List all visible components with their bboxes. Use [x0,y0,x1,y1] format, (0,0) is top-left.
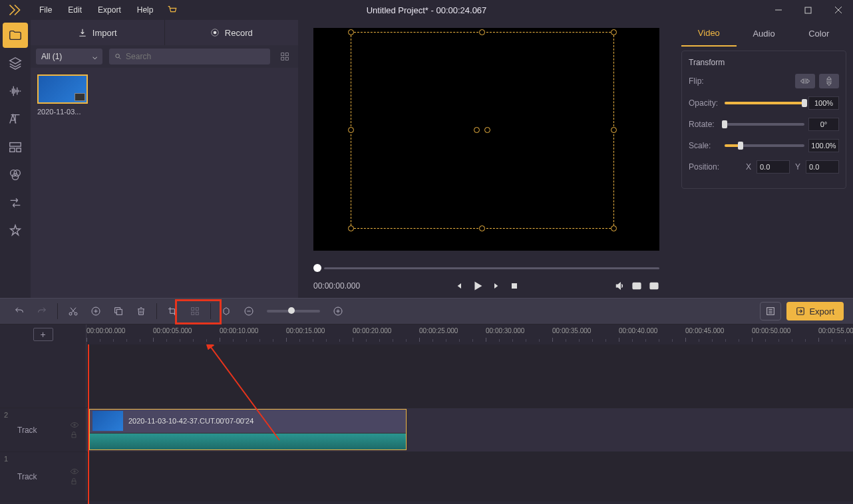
svg-rect-18 [512,283,517,289]
handle-tl[interactable] [348,29,354,35]
timeline-ruler[interactable]: + 00:00:00.00000:00:05.00000:00:10.00000… [0,324,853,344]
handle-mr[interactable] [611,127,617,133]
color-tab[interactable]: Color [791,20,846,47]
media-tool[interactable] [3,23,28,48]
export-label: Export [809,307,834,316]
flip-vertical-button[interactable] [819,74,839,88]
preview-canvas[interactable] [313,28,659,251]
snapshot-button[interactable] [631,281,642,291]
import-label: Import [92,28,117,38]
search-input[interactable] [126,52,265,61]
preview-panel: 00:00:00.000 [298,20,675,298]
rotate-slider[interactable] [725,123,804,126]
elements-tool[interactable] [3,218,28,243]
clip-audio-wave [90,433,406,449]
text-tool[interactable] [3,106,28,132]
lock-icon[interactable] [70,477,78,485]
svg-rect-14 [281,53,284,56]
menu-export[interactable]: Export [91,3,128,17]
volume-button[interactable] [614,281,625,291]
overlay-tool[interactable] [3,134,28,160]
cart-icon[interactable] [160,5,184,15]
x-label: X [746,162,751,172]
redo-button[interactable] [32,301,52,321]
media-clip[interactable]: 2020-11-03... [37,74,88,116]
playback-slider[interactable] [313,263,659,274]
playhead-thumb[interactable] [313,264,321,272]
audio-tab[interactable]: Audio [737,20,792,47]
handle-tr[interactable] [611,29,617,35]
handle-br[interactable] [611,225,617,231]
svg-rect-6 [17,148,21,152]
position-y-input[interactable]: 0.0 [806,160,839,174]
stop-button[interactable] [509,281,520,291]
track-row: 1 Track [0,452,853,501]
layers-tool[interactable] [3,51,28,76]
close-button[interactable] [823,0,853,20]
svg-point-12 [116,54,120,58]
timeline-clip[interactable]: 2020-11-03-10-42-37.CUT.00'07-00'24 [89,409,407,450]
visibility-icon[interactable] [70,468,79,475]
handle-bm[interactable] [479,225,485,231]
opacity-slider[interactable] [725,102,804,104]
timeline-settings-button[interactable] [760,302,781,320]
cut-button[interactable] [63,301,83,321]
transitions-tool[interactable] [3,190,28,215]
crop-button[interactable] [162,301,182,321]
menu-file[interactable]: File [33,3,59,17]
handle-ml[interactable] [348,127,354,133]
menu-edit[interactable]: Edit [61,3,88,17]
effects-tool[interactable] [3,162,28,188]
svg-point-36 [74,470,75,471]
audio-tool[interactable] [3,78,28,104]
ruler-tick: 00:00:20.000 [353,327,391,334]
record-tab[interactable]: Record [165,20,299,45]
export-button[interactable]: Export [786,302,844,320]
handle-bl[interactable] [348,225,354,231]
zoom-out-button[interactable] [239,301,259,321]
marker-button[interactable] [216,301,236,321]
selection-box[interactable] [351,32,614,229]
undo-button[interactable] [9,301,29,321]
next-frame-button[interactable] [492,281,502,291]
flip-label: Flip: [689,76,725,86]
copy-button[interactable] [108,301,128,321]
play-button[interactable] [470,279,485,293]
media-panel: Import Record All (1) ⌵ 2020-11-0 [31,20,298,298]
grid-view-button[interactable] [277,49,293,64]
opacity-label: Opacity: [689,98,725,108]
minimize-button[interactable] [763,0,793,20]
handle-tm[interactable] [479,29,485,35]
lock-icon[interactable] [70,431,78,439]
position-x-input[interactable]: 0.0 [757,160,790,174]
fullscreen-button[interactable] [649,281,659,291]
zoom-slider[interactable] [267,310,320,313]
track-label: Track [17,472,37,481]
mosaic-button[interactable] [185,301,205,321]
media-filter-dropdown[interactable]: All (1) ⌵ [36,49,102,64]
delete-button[interactable] [131,301,151,321]
zoom-in-button[interactable] [328,301,348,321]
svg-point-11 [213,31,216,35]
import-tab[interactable]: Import [31,20,165,45]
visibility-icon[interactable] [70,422,79,428]
rotate-value[interactable]: 0° [808,118,839,131]
handle-center1[interactable] [474,127,480,133]
menu-help[interactable]: Help [130,3,160,17]
flip-horizontal-button[interactable] [795,74,815,88]
prev-frame-button[interactable] [453,281,464,291]
video-tab[interactable]: Video [681,20,737,47]
add-track-button[interactable]: + [33,328,53,341]
svg-rect-27 [196,308,198,311]
scale-slider[interactable] [725,144,804,147]
add-button[interactable] [86,301,106,321]
maximize-button[interactable] [793,0,823,20]
handle-center2[interactable] [484,127,490,133]
opacity-value[interactable]: 100% [808,96,839,110]
svg-rect-25 [116,309,122,315]
scale-value[interactable]: 100.0% [808,139,839,152]
playhead[interactable] [88,344,89,504]
svg-rect-1 [805,7,811,13]
window-title: Untitled Project* - 00:00:24.067 [367,5,487,15]
search-box[interactable] [109,49,270,64]
